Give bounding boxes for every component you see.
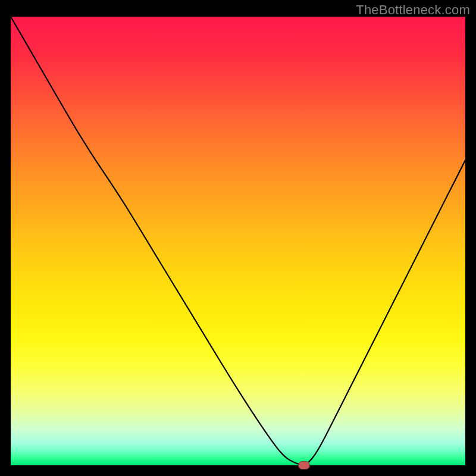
- bottleneck-curve: [11, 17, 465, 465]
- watermark-text: TheBottleneck.com: [356, 2, 470, 18]
- chart-gradient-area: [11, 17, 465, 465]
- optimum-marker: [298, 461, 310, 469]
